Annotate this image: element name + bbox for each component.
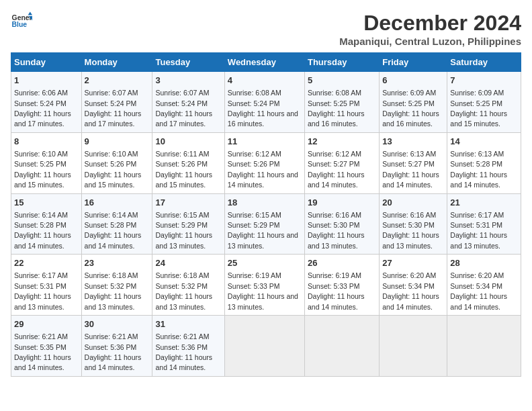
day-number: 16 [85,197,150,209]
calendar-cell [224,316,304,377]
subtitle: Mapaniqui, Central Luzon, Philippines [339,36,521,47]
calendar-week-row: 15 Sunrise: 6:14 AMSunset: 5:28 PMDaylig… [11,193,521,255]
day-number: 15 [14,197,79,209]
header-monday: Monday [81,53,152,72]
day-number: 31 [155,318,221,330]
cell-content: Sunrise: 6:20 AMSunset: 5:34 PMDaylight:… [450,271,507,310]
calendar-cell: 27 Sunrise: 6:20 AMSunset: 5:34 PMDaylig… [380,255,447,316]
calendar-week-row: 29 Sunrise: 6:21 AMSunset: 5:35 PMDaylig… [11,316,521,377]
cell-content: Sunrise: 6:16 AMSunset: 5:30 PMDaylight:… [308,211,365,250]
svg-marker-2 [28,12,32,15]
day-number: 7 [450,75,518,87]
cell-content: Sunrise: 6:07 AMSunset: 5:24 PMDaylight:… [155,89,212,128]
calendar-cell: 18 Sunrise: 6:15 AMSunset: 5:29 PMDaylig… [224,193,304,255]
cell-content: Sunrise: 6:20 AMSunset: 5:34 PMDaylight:… [382,271,439,310]
day-number: 22 [14,257,79,269]
calendar-cell: 13 Sunrise: 6:13 AMSunset: 5:27 PMDaylig… [380,132,447,193]
day-number: 28 [450,257,518,269]
calendar-cell: 22 Sunrise: 6:17 AMSunset: 5:31 PMDaylig… [11,255,82,316]
svg-text:Blue: Blue [12,21,28,28]
calendar-cell: 3 Sunrise: 6:07 AMSunset: 5:24 PMDayligh… [152,72,224,133]
day-number: 5 [308,75,376,87]
cell-content: Sunrise: 6:14 AMSunset: 5:28 PMDaylight:… [14,211,71,250]
calendar-cell: 19 Sunrise: 6:16 AMSunset: 5:30 PMDaylig… [304,193,379,255]
cell-content: Sunrise: 6:10 AMSunset: 5:26 PMDaylight:… [85,150,142,189]
calendar-cell: 20 Sunrise: 6:16 AMSunset: 5:30 PMDaylig… [380,193,447,255]
calendar-cell: 9 Sunrise: 6:10 AMSunset: 5:26 PMDayligh… [81,132,152,193]
day-number: 4 [228,75,302,87]
logo: General Blue [11,11,32,32]
day-number: 19 [308,197,376,209]
day-number: 3 [155,75,221,87]
cell-content: Sunrise: 6:11 AMSunset: 5:26 PMDaylight:… [155,150,212,189]
header-wednesday: Wednesday [224,53,304,72]
calendar-cell: 24 Sunrise: 6:18 AMSunset: 5:32 PMDaylig… [152,255,224,316]
calendar-cell [447,316,521,377]
header-saturday: Saturday [447,53,521,72]
cell-content: Sunrise: 6:16 AMSunset: 5:30 PMDaylight:… [382,211,439,250]
day-number: 2 [85,75,150,87]
calendar-cell: 31 Sunrise: 6:21 AMSunset: 5:36 PMDaylig… [152,316,224,377]
calendar-cell: 5 Sunrise: 6:08 AMSunset: 5:25 PMDayligh… [304,72,379,133]
day-number: 30 [85,318,150,330]
calendar-cell: 6 Sunrise: 6:09 AMSunset: 5:25 PMDayligh… [380,72,447,133]
calendar-cell: 16 Sunrise: 6:14 AMSunset: 5:28 PMDaylig… [81,193,152,255]
cell-content: Sunrise: 6:19 AMSunset: 5:33 PMDaylight:… [308,271,365,310]
day-number: 11 [228,136,302,148]
day-number: 26 [308,257,376,269]
header-thursday: Thursday [304,53,379,72]
calendar-cell: 8 Sunrise: 6:10 AMSunset: 5:25 PMDayligh… [11,132,82,193]
logo-icon: General Blue [11,11,32,32]
cell-content: Sunrise: 6:08 AMSunset: 5:24 PMDaylight:… [228,89,298,128]
cell-content: Sunrise: 6:09 AMSunset: 5:25 PMDaylight:… [450,89,507,128]
day-number: 23 [85,257,150,269]
title-area: December 2024 Mapaniqui, Central Luzon, … [339,11,521,47]
cell-content: Sunrise: 6:06 AMSunset: 5:24 PMDaylight:… [14,89,71,128]
day-number: 27 [382,257,444,269]
header-sunday: Sunday [11,53,82,72]
cell-content: Sunrise: 6:12 AMSunset: 5:26 PMDaylight:… [228,150,298,189]
day-number: 25 [228,257,302,269]
cell-content: Sunrise: 6:15 AMSunset: 5:29 PMDaylight:… [228,211,298,250]
header: General Blue December 2024 Mapaniqui, Ce… [11,11,521,47]
cell-content: Sunrise: 6:13 AMSunset: 5:27 PMDaylight:… [382,150,439,189]
calendar-cell [380,316,447,377]
cell-content: Sunrise: 6:08 AMSunset: 5:25 PMDaylight:… [308,89,365,128]
day-number: 24 [155,257,221,269]
main-title: December 2024 [339,11,521,36]
day-number: 14 [450,136,518,148]
cell-content: Sunrise: 6:21 AMSunset: 5:35 PMDaylight:… [14,332,71,371]
calendar-cell: 11 Sunrise: 6:12 AMSunset: 5:26 PMDaylig… [224,132,304,193]
calendar-cell: 15 Sunrise: 6:14 AMSunset: 5:28 PMDaylig… [11,193,82,255]
cell-content: Sunrise: 6:15 AMSunset: 5:29 PMDaylight:… [155,211,212,250]
calendar-cell: 7 Sunrise: 6:09 AMSunset: 5:25 PMDayligh… [447,72,521,133]
day-number: 13 [382,136,444,148]
calendar-week-row: 1 Sunrise: 6:06 AMSunset: 5:24 PMDayligh… [11,72,521,133]
calendar-cell: 10 Sunrise: 6:11 AMSunset: 5:26 PMDaylig… [152,132,224,193]
cell-content: Sunrise: 6:13 AMSunset: 5:28 PMDaylight:… [450,150,507,189]
cell-content: Sunrise: 6:12 AMSunset: 5:27 PMDaylight:… [308,150,365,189]
calendar-header-row: SundayMondayTuesdayWednesdayThursdayFrid… [11,53,521,72]
calendar-cell: 4 Sunrise: 6:08 AMSunset: 5:24 PMDayligh… [224,72,304,133]
header-friday: Friday [380,53,447,72]
cell-content: Sunrise: 6:07 AMSunset: 5:24 PMDaylight:… [85,89,142,128]
day-number: 20 [382,197,444,209]
day-number: 18 [228,197,302,209]
cell-content: Sunrise: 6:17 AMSunset: 5:31 PMDaylight:… [450,211,507,250]
calendar-cell: 17 Sunrise: 6:15 AMSunset: 5:29 PMDaylig… [152,193,224,255]
calendar-cell: 28 Sunrise: 6:20 AMSunset: 5:34 PMDaylig… [447,255,521,316]
day-number: 1 [14,75,79,87]
calendar-cell: 21 Sunrise: 6:17 AMSunset: 5:31 PMDaylig… [447,193,521,255]
calendar-week-row: 22 Sunrise: 6:17 AMSunset: 5:31 PMDaylig… [11,255,521,316]
calendar-cell: 23 Sunrise: 6:18 AMSunset: 5:32 PMDaylig… [81,255,152,316]
cell-content: Sunrise: 6:19 AMSunset: 5:33 PMDaylight:… [228,271,298,310]
cell-content: Sunrise: 6:09 AMSunset: 5:25 PMDaylight:… [382,89,439,128]
calendar-cell: 29 Sunrise: 6:21 AMSunset: 5:35 PMDaylig… [11,316,82,377]
cell-content: Sunrise: 6:10 AMSunset: 5:25 PMDaylight:… [14,150,71,189]
calendar-week-row: 8 Sunrise: 6:10 AMSunset: 5:25 PMDayligh… [11,132,521,193]
calendar-cell: 12 Sunrise: 6:12 AMSunset: 5:27 PMDaylig… [304,132,379,193]
cell-content: Sunrise: 6:14 AMSunset: 5:28 PMDaylight:… [85,211,142,250]
header-tuesday: Tuesday [152,53,224,72]
calendar-cell: 14 Sunrise: 6:13 AMSunset: 5:28 PMDaylig… [447,132,521,193]
day-number: 9 [85,136,150,148]
